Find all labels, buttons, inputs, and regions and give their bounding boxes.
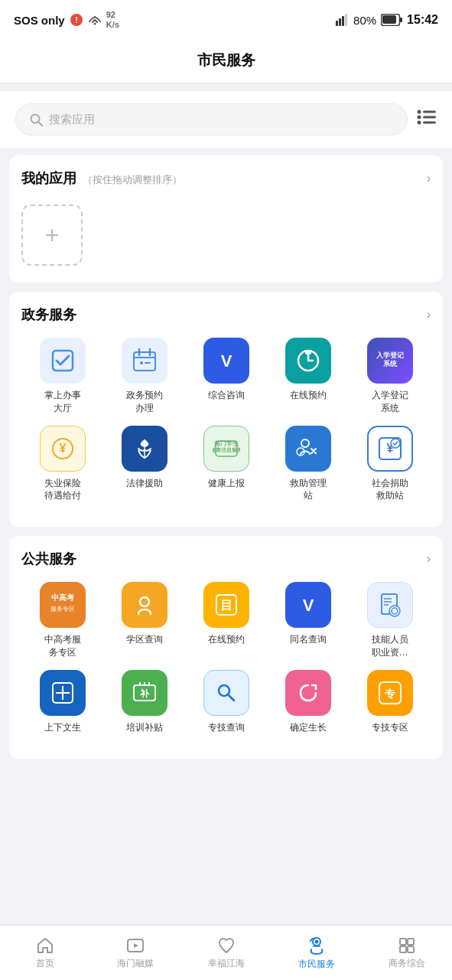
app-icon-shehui: ¥: [367, 426, 413, 472]
svg-text:健康信息服务: 健康信息服务: [213, 447, 240, 452]
app-item-row2-3[interactable]: 专技查询: [203, 670, 249, 734]
warning-icon: !: [70, 13, 83, 27]
add-app-button[interactable]: +: [21, 204, 83, 266]
svg-rect-5: [342, 16, 344, 26]
app-label-zhangshang: 掌上办事大厅: [44, 389, 81, 415]
nav-item-xingfu[interactable]: 幸福江海: [180, 936, 271, 970]
public-services-header: 公共服务 ›: [21, 550, 431, 568]
nav-item-shimin[interactable]: 市民服务: [272, 936, 362, 971]
battery-percent: 80%: [353, 14, 376, 27]
app-label-row2-4: 确定生长: [290, 721, 327, 734]
apps-icon: [307, 936, 327, 956]
svg-rect-27: [305, 351, 311, 354]
app-label-falv: 法律援助: [126, 477, 163, 490]
add-icon: +: [45, 221, 60, 250]
my-apps-title: 我的应用: [21, 169, 76, 188]
app-icon-zhengwu: [122, 338, 167, 384]
my-apps-arrow[interactable]: ›: [427, 172, 431, 185]
app-item-row2-5[interactable]: 专 专技专区: [367, 670, 413, 734]
svg-text:!: !: [75, 15, 78, 24]
public-services-arrow[interactable]: ›: [427, 552, 431, 566]
app-label-jineng: 技能人员职业资…: [372, 633, 408, 659]
app-icon-xuequ: [122, 582, 167, 628]
my-apps-grid: +: [21, 201, 431, 269]
app-label-jiuzhu: 救助管理站: [290, 477, 327, 503]
nav-label-shimin: 市民服务: [298, 958, 335, 971]
svg-point-43: [140, 597, 149, 606]
svg-point-14: [418, 116, 421, 119]
app-item-zaixian[interactable]: 在线预约: [285, 338, 331, 415]
svg-line-62: [228, 694, 234, 701]
home-icon: [36, 936, 54, 955]
svg-rect-4: [339, 18, 341, 26]
my-apps-title-group: 我的应用 （按住拖动调整排序）: [21, 169, 182, 188]
app-item-zhangshang[interactable]: 掌上办事大厅: [40, 338, 86, 415]
status-left: SOS only ! 92 K/s: [14, 10, 119, 30]
svg-rect-6: [345, 14, 347, 26]
svg-text:专: 专: [385, 688, 396, 700]
app-item-xuequ[interactable]: 学区查询: [122, 582, 167, 659]
nav-item-home[interactable]: 首页: [0, 936, 90, 970]
app-label-row2-3: 专技查询: [208, 721, 245, 734]
app-item-row2-1[interactable]: 上下文生: [40, 670, 86, 734]
svg-text:系统: 系统: [382, 360, 398, 368]
app-icon-jiuzhu: [285, 426, 331, 472]
battery-icon: [381, 14, 402, 26]
app-icon-zhangshang: [40, 338, 86, 384]
app-item-jiuzhu[interactable]: 救助管理站: [285, 426, 331, 503]
app-item-jiankang[interactable]: 海门学生 健康信息服务 健康上报: [203, 426, 249, 503]
app-item-zonghe[interactable]: V 综合咨询: [203, 338, 249, 415]
app-item-shehui[interactable]: ¥ 社会捐助救助站: [367, 426, 413, 503]
app-label-online-appt: 在线预约: [208, 633, 245, 646]
nav-item-haimen[interactable]: 海门融媒: [90, 936, 180, 970]
app-item-tongming[interactable]: V 同名查询: [285, 582, 331, 659]
app-item-row2-4[interactable]: 确定生长: [285, 670, 331, 734]
app-label-ruxue: 入学登记系统: [372, 389, 408, 415]
gov-services-header: 政务服务 ›: [21, 305, 431, 324]
svg-text:入学登记: 入学登记: [376, 351, 404, 359]
app-icon-shiye: ¥: [40, 426, 86, 472]
svg-rect-71: [408, 939, 414, 945]
svg-point-68: [314, 939, 318, 943]
svg-point-35: [301, 439, 309, 447]
nav-label-xingfu: 幸福江海: [208, 957, 245, 970]
gov-services-row-2: ¥ 失业保险待遇给付 法律援助 海门学生: [21, 426, 431, 503]
app-icon-falv: [122, 426, 167, 472]
app-item-online-appt[interactable]: 目 在线预约: [203, 582, 249, 659]
public-services-title: 公共服务: [21, 550, 76, 568]
list-icon: [417, 109, 437, 126]
play-icon: [126, 936, 145, 955]
app-icon-zhonggao: 中高考 服务专区: [40, 582, 86, 628]
svg-text:V: V: [220, 351, 232, 371]
bottom-spacer: [0, 768, 452, 829]
nav-label-shangwu: 商务综合: [389, 957, 425, 970]
gov-services-title: 政务服务: [21, 305, 76, 324]
svg-rect-70: [400, 939, 406, 945]
list-view-icon[interactable]: [417, 109, 437, 130]
svg-text:目: 目: [220, 599, 233, 612]
search-box[interactable]: 搜索应用: [15, 103, 408, 136]
app-icon-row2-2: 补: [122, 670, 167, 716]
heart-icon: [217, 936, 236, 955]
app-item-falv[interactable]: 法律援助: [122, 426, 167, 503]
app-icon-jiankang: 海门学生 健康信息服务: [203, 426, 249, 472]
app-item-ruxue[interactable]: 入学登记 系统 入学登记系统: [367, 338, 413, 415]
search-icon: [30, 113, 43, 126]
wifi-icon: [88, 15, 102, 25]
search-placeholder: 搜索应用: [49, 113, 95, 127]
nav-item-shangwu[interactable]: 商务综合: [362, 936, 452, 970]
app-item-jineng[interactable]: 技能人员职业资…: [367, 582, 413, 659]
app-label-zonghe: 综合咨询: [208, 389, 245, 402]
app-icon-tongming: V: [285, 582, 331, 628]
app-label-shiye: 失业保险待遇给付: [44, 477, 81, 503]
app-item-row2-2[interactable]: 补 培训补贴: [122, 670, 167, 734]
app-item-zhonggao[interactable]: 中高考 服务专区 中高考服务专区: [40, 582, 86, 659]
gov-services-arrow[interactable]: ›: [427, 308, 431, 322]
bottom-nav: 首页 海门融媒 幸福江海 市民服务 商务综合: [0, 925, 452, 980]
sos-label: SOS only: [14, 14, 65, 27]
app-item-shiye[interactable]: ¥ 失业保险待遇给付: [40, 426, 86, 503]
app-item-zhengwu[interactable]: 政务预约办理: [122, 338, 167, 415]
my-apps-subtitle: （按住拖动调整排序）: [83, 173, 182, 187]
page-title: 市民服务: [197, 52, 255, 68]
grid-icon: [398, 936, 416, 955]
